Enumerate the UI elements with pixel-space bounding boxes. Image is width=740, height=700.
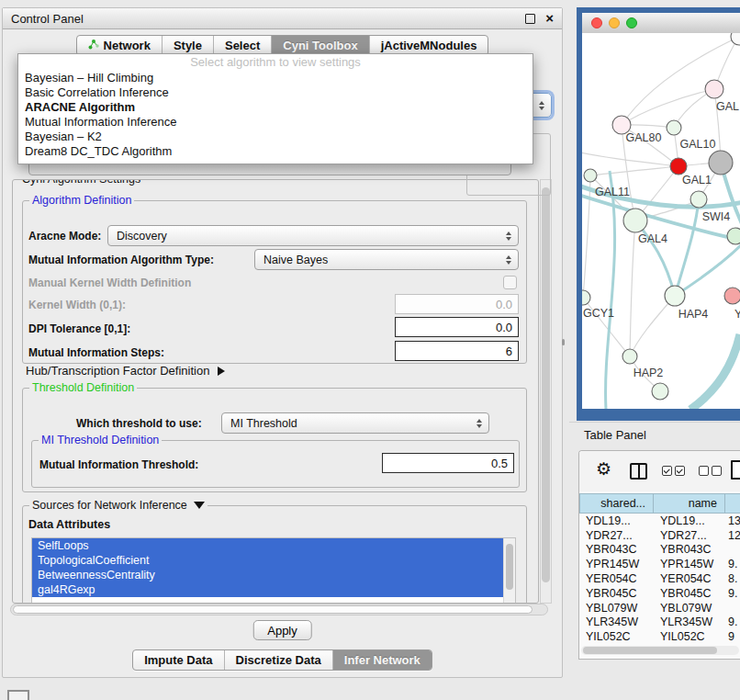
network-canvas[interactable]: GALGAL80GAL10GAL1GAL11SWI4GAL4GCY1HAP4YH…: [582, 33, 740, 409]
tab-select[interactable]: Select: [213, 36, 271, 55]
aracne-mode-combo[interactable]: Discovery: [107, 225, 519, 246]
manual-kernel-checkbox[interactable]: [503, 276, 517, 289]
network-node-label: HAP4: [678, 308, 709, 321]
which-threshold-combo[interactable]: MI Threshold: [221, 412, 489, 434]
algorithm-option[interactable]: Bayesian – Hill Climbing: [18, 71, 533, 85]
network-edge[interactable]: [590, 166, 678, 175]
column-header[interactable]: name: [654, 493, 725, 514]
mi-threshold-definition-group: MI Threshold Definition Mutual Informati…: [31, 440, 520, 488]
scrollbar-thumb[interactable]: [542, 187, 550, 582]
network-icon: [88, 38, 99, 53]
mi-algorithm-type-combo[interactable]: Naive Bayes: [254, 249, 519, 270]
table-row[interactable]: YER054CYER054C8.: [579, 571, 740, 586]
new-column-icon[interactable]: [731, 460, 740, 480]
attribute-item[interactable]: gal4RGexp: [32, 582, 503, 597]
table-row[interactable]: YBR043CYBR043C: [579, 543, 740, 558]
apply-button[interactable]: Apply: [252, 620, 312, 640]
gear-icon[interactable]: ⚙: [596, 460, 611, 479]
table-row[interactable]: YBL079WYBL079W: [579, 601, 740, 615]
settings-vertical-scrollbar[interactable]: [540, 179, 552, 604]
network-node-gal11[interactable]: [584, 169, 597, 182]
algorithm-option[interactable]: ARACNE Algorithm: [18, 100, 533, 115]
network-edge[interactable]: [630, 220, 635, 356]
network-node[interactable]: [731, 33, 740, 45]
scrollbar-thumb[interactable]: [506, 544, 513, 590]
network-node[interactable]: [652, 383, 668, 400]
desktop: Control Panel × NetworkStyleSelectCyni T…: [0, 0, 740, 700]
table-cell: YPR145W: [654, 558, 725, 570]
table-row[interactable]: YDL19...YDL19...13: [579, 514, 740, 528]
network-node[interactable]: [709, 151, 733, 175]
algorithm-option[interactable]: Bayesian – K2: [18, 130, 533, 144]
list-vertical-scrollbar[interactable]: [503, 538, 515, 604]
settings-horizontal-scrollbar[interactable]: [10, 604, 548, 615]
network-node-gal[interactable]: [705, 80, 723, 98]
zoom-traffic-light[interactable]: [626, 17, 637, 28]
network-node-y[interactable]: [724, 288, 740, 304]
table-row[interactable]: YLR345WYLR345W9.: [579, 615, 740, 630]
table-cell: 12: [725, 529, 740, 542]
network-node-hap2[interactable]: [622, 349, 637, 364]
close-traffic-light[interactable]: [591, 17, 602, 28]
table-panel-title: Table Panel: [584, 428, 646, 442]
column-header[interactable]: shared...: [579, 493, 654, 514]
network-node-label: GAL: [716, 100, 739, 113]
tab-style[interactable]: Style: [162, 36, 213, 55]
hub-tf-definition-toggle[interactable]: Hub/Transcription Factor Definition: [26, 364, 225, 378]
attribute-item[interactable]: SelfLoops: [32, 538, 503, 553]
minimized-panel-icon[interactable]: [7, 690, 29, 700]
scrollbar-thumb[interactable]: [583, 647, 717, 654]
tab-cyni-toolbox[interactable]: Cyni Toolbox: [271, 36, 368, 55]
float-window-icon[interactable]: [525, 14, 535, 24]
split-columns-icon[interactable]: [630, 463, 647, 480]
network-node-label: GAL1: [682, 174, 712, 186]
network-node[interactable]: [727, 228, 740, 244]
table-cell: YBR043C: [579, 543, 654, 556]
tab-jactivemnodules[interactable]: jActiveMNodules: [369, 36, 488, 55]
table-cell: 9.: [725, 615, 740, 628]
network-edge[interactable]: [690, 334, 740, 409]
mi-threshold-field[interactable]: [382, 453, 514, 473]
network-node-gal4[interactable]: [623, 209, 647, 232]
network-node-gal10[interactable]: [667, 120, 681, 135]
algorithm-option[interactable]: Mutual Information Inference: [18, 115, 533, 130]
network-edge[interactable]: [606, 171, 615, 409]
network-node-swi4[interactable]: [690, 191, 707, 208]
algorithm-option[interactable]: Basic Correlation Inference: [18, 85, 533, 100]
table-row[interactable]: YIL052CYIL052C9: [579, 629, 740, 643]
attribute-item[interactable]: BetweennessCentrality: [32, 568, 503, 582]
tab-discretize-data[interactable]: Discretize Data: [224, 650, 332, 670]
checked-boxes-icon[interactable]: [662, 466, 685, 476]
data-attributes-list[interactable]: SelfLoopsTopologicalCoefficientBetweenne…: [31, 537, 516, 604]
close-icon[interactable]: ×: [545, 14, 554, 23]
tab-impute-data[interactable]: Impute Data: [133, 650, 223, 670]
table-row[interactable]: YBR045CYBR045C9.: [579, 586, 740, 601]
network-node-gal1[interactable]: [670, 158, 687, 175]
tab-label: Select: [225, 38, 260, 53]
panel-divider: [569, 422, 740, 423]
network-node-gcy1[interactable]: [582, 290, 590, 305]
network-node-hap4[interactable]: [665, 286, 685, 306]
mi-steps-label: Mutual Information Steps:: [28, 346, 164, 359]
unchecked-boxes-icon[interactable]: [699, 466, 722, 476]
dpi-tolerance-field[interactable]: [395, 317, 519, 337]
mi-steps-field[interactable]: [395, 341, 519, 361]
tab-label: jActiveMNodules: [381, 38, 477, 53]
split-pane-handle[interactable]: [562, 339, 565, 345]
tab-infer-network[interactable]: Infer Network: [332, 650, 432, 670]
aracne-mode-label: Aracne Mode:: [28, 230, 101, 243]
kernel-width-field[interactable]: [395, 294, 519, 314]
network-edge[interactable]: [583, 175, 590, 298]
table-horizontal-scrollbar[interactable]: [581, 646, 739, 655]
network-node-label: GCY1: [583, 307, 614, 320]
minimize-traffic-light[interactable]: [609, 17, 620, 28]
attribute-item[interactable]: TopologicalCoefficient: [32, 553, 503, 568]
network-edge[interactable]: [630, 296, 675, 356]
table-cell: YER054C: [654, 572, 725, 585]
tab-network[interactable]: Network: [77, 36, 162, 55]
table-row[interactable]: YPR145WYPR145W9.: [579, 557, 740, 571]
table-row[interactable]: YDR27...YDR27...12: [579, 528, 740, 543]
column-header[interactable]: [725, 493, 740, 514]
algorithm-option[interactable]: Dream8 DC_TDC Algorithm: [18, 144, 533, 159]
scrollbar-thumb[interactable]: [13, 605, 533, 614]
